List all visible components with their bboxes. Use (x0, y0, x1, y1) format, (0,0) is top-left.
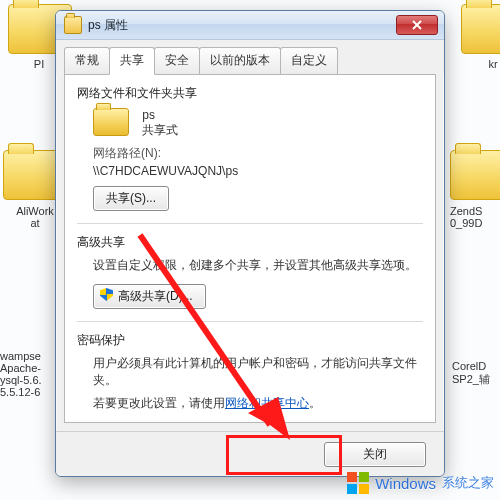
separator (77, 321, 423, 322)
section-heading: 高级共享 (77, 234, 423, 251)
tab-strip: 常规 共享 安全 以前的版本 自定义 (56, 40, 444, 74)
titlebar[interactable]: ps 属性 (56, 11, 444, 40)
tab-previous-versions[interactable]: 以前的版本 (199, 47, 281, 75)
window-title: ps 属性 (88, 17, 396, 34)
section-network-sharing: 网络文件和文件夹共享 ps 共享式 网络路径(N): \\C7HDCAEWUVA… (77, 85, 423, 211)
advanced-share-button[interactable]: 高级共享(D)... (93, 284, 206, 309)
tab-security[interactable]: 安全 (154, 47, 200, 75)
properties-dialog: ps 属性 常规 共享 安全 以前的版本 自定义 网络文件和文件夹共享 ps 共… (55, 10, 445, 477)
close-button[interactable]: 关闭 (324, 442, 426, 467)
bg-folder (450, 150, 500, 200)
section-advanced-sharing: 高级共享 设置自定义权限，创建多个共享，并设置其他高级共享选项。 高级共享(D)… (77, 234, 423, 309)
network-path-value: \\C7HDCAEWUVAJQNJ\ps (93, 164, 423, 178)
share-state: 共享式 (142, 122, 178, 139)
watermark: Windows 系统之家 (347, 472, 494, 494)
network-path-label: 网络路径(N): (93, 145, 423, 162)
close-icon (412, 20, 422, 30)
bg-folder (461, 4, 500, 54)
bg-label: kr (458, 58, 500, 70)
windows-logo-icon (347, 472, 369, 494)
close-window-button[interactable] (396, 15, 438, 35)
watermark-brand: Windows (375, 475, 436, 492)
separator (77, 223, 423, 224)
password-link-line: 若要更改此设置，请使用网络和共享中心。 (93, 395, 423, 412)
watermark-sub: 系统之家 (442, 474, 494, 492)
share-button[interactable]: 共享(S)... (93, 186, 169, 211)
section-heading: 密码保护 (77, 332, 423, 349)
text: 。 (309, 396, 321, 410)
bg-label: wampse Apache- ysql-5.6. 5.5.12-6 (0, 350, 56, 398)
tab-content: 网络文件和文件夹共享 ps 共享式 网络路径(N): \\C7HDCAEWUVA… (64, 74, 436, 423)
section-password-protection: 密码保护 用户必须具有此计算机的用户帐户和密码，才能访问共享文件夹。 若要更改此… (77, 332, 423, 412)
section-heading: 网络文件和文件夹共享 (77, 85, 423, 102)
advanced-share-desc: 设置自定义权限，创建多个共享，并设置其他高级共享选项。 (93, 257, 423, 274)
tab-custom[interactable]: 自定义 (280, 47, 338, 75)
bg-label: ZendS 0_99D (450, 205, 500, 229)
folder-icon (64, 16, 82, 34)
folder-info: ps 共享式 (142, 108, 178, 139)
network-sharing-center-link[interactable]: 网络和共享中心 (225, 396, 309, 410)
folder-name: ps (142, 108, 178, 122)
folder-icon (93, 108, 129, 136)
password-desc: 用户必须具有此计算机的用户帐户和密码，才能访问共享文件夹。 (93, 355, 423, 389)
tab-share[interactable]: 共享 (109, 47, 155, 75)
bg-label: CorelD SP2_辅 (452, 360, 500, 387)
dialog-button-row: 关闭 (56, 431, 444, 476)
text: 若要更改此设置，请使用 (93, 396, 225, 410)
tab-general[interactable]: 常规 (64, 47, 110, 75)
